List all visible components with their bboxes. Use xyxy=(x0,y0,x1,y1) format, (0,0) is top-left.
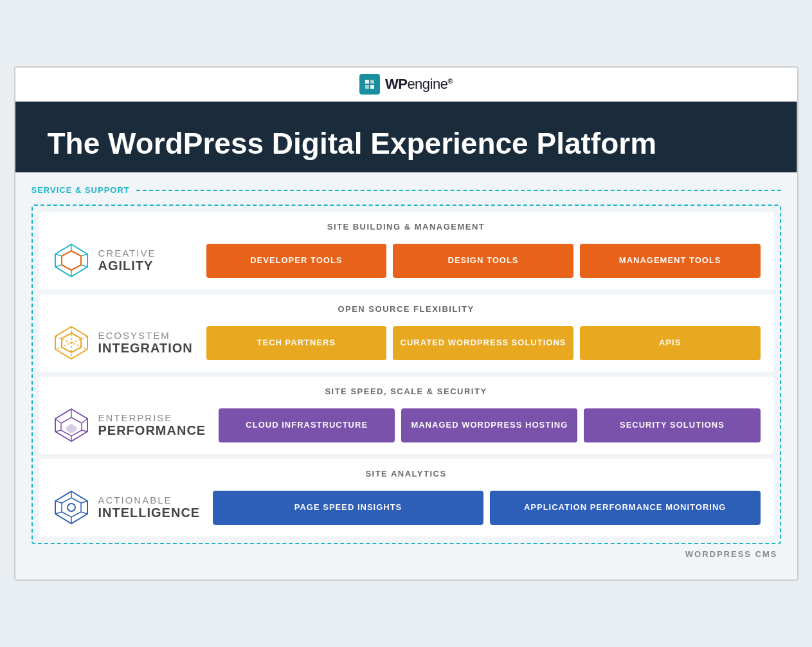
section-heading-4: SITE ANALYTICS xyxy=(52,469,761,478)
svg-line-34 xyxy=(55,501,62,503)
section-row-creative: SITE BUILDING & MANAGEMENT xyxy=(39,212,773,289)
section-heading-3: SITE SPEED, SCALE & SECURITY xyxy=(52,387,761,396)
svg-line-8 xyxy=(81,265,87,267)
design-tools-button[interactable]: DESIGN TOOLS xyxy=(393,244,573,278)
logo-area: WPengine® xyxy=(359,74,453,95)
svg-line-11 xyxy=(55,254,62,256)
svg-line-30 xyxy=(81,501,87,503)
svg-line-31 xyxy=(81,512,87,514)
section-heading-2: OPEN SOURCE FLEXIBILITY xyxy=(52,304,761,314)
wordpress-cms-label: WORDPRESS CMS xyxy=(32,544,781,560)
managed-wordpress-button[interactable]: MANAGED WORDPRESS HOSTING xyxy=(401,408,577,442)
svg-rect-2 xyxy=(365,85,369,89)
service-support-label: SERVICE & SUPPORT xyxy=(32,185,781,195)
row-content-1: CREATIVE AGILITY DEVELOPER TOOLS DESIGN … xyxy=(52,241,761,280)
hero-title: The WordPress Digital Experience Platfor… xyxy=(48,127,765,160)
creative-agility-text: CREATIVE AGILITY xyxy=(98,248,156,273)
btn-group-enterprise: CLOUD INFRASTRUCTURE MANAGED WORDPRESS H… xyxy=(219,408,760,442)
svg-rect-3 xyxy=(370,85,374,89)
ecosystem-integration-text: ECOSYSTEM INTEGRATION xyxy=(98,330,193,356)
curated-wordpress-button[interactable]: CURATED WORDPRESS SOLUTIONS xyxy=(393,326,573,360)
main-content: SERVICE & SUPPORT SITE BUILDING & MANAGE… xyxy=(15,172,797,579)
ecosystem-integration-icon xyxy=(52,324,91,362)
svg-line-25 xyxy=(55,419,61,423)
svg-line-22 xyxy=(82,430,87,432)
outer-wrapper: WPengine® The WordPress Digital Experien… xyxy=(14,66,798,581)
page-speed-insights-button[interactable]: PAGE SPEED INSIGHTS xyxy=(213,491,483,525)
svg-marker-19 xyxy=(66,424,77,433)
dashed-line-right xyxy=(136,190,781,191)
row-content-3: ENTERPRISE PERFORMANCE CLOUD INFRASTRUCT… xyxy=(52,406,761,444)
svg-point-28 xyxy=(68,504,75,511)
btn-group-ecosystem: TECH PARTNERS CURATED WORDPRESS SOLUTION… xyxy=(206,326,761,360)
svg-rect-0 xyxy=(365,80,369,84)
row-content-4: ACTIONABLE INTELLIGENCE PAGE SPEED INSIG… xyxy=(52,488,761,527)
wp-engine-icon xyxy=(359,74,380,95)
svg-rect-1 xyxy=(370,80,374,84)
tech-partners-button[interactable]: TECH PARTNERS xyxy=(206,326,387,360)
section-row-actionable: SITE ANALYTICS xyxy=(39,459,773,536)
svg-marker-27 xyxy=(62,498,81,517)
section-row-enterprise: SITE SPEED, SCALE & SECURITY xyxy=(39,377,773,454)
actionable-intelligence-icon xyxy=(52,488,91,527)
creative-agility-icon xyxy=(52,241,91,280)
category-actionable-intelligence: ACTIONABLE INTELLIGENCE xyxy=(52,488,201,527)
apis-button[interactable]: APIs xyxy=(580,326,761,360)
category-ecosystem-integration: ECOSYSTEM INTEGRATION xyxy=(52,324,194,362)
svg-line-33 xyxy=(55,512,62,514)
svg-line-24 xyxy=(55,430,61,432)
service-support-text: SERVICE & SUPPORT xyxy=(32,185,130,195)
dashed-box: SITE BUILDING & MANAGEMENT xyxy=(32,205,781,544)
top-bar: WPengine® xyxy=(15,68,797,102)
security-solutions-button[interactable]: SECURITY SOLUTIONS xyxy=(584,408,760,442)
svg-line-7 xyxy=(81,254,87,256)
logo-text: WPengine® xyxy=(385,76,453,93)
section-heading-1: SITE BUILDING & MANAGEMENT xyxy=(52,222,761,232)
btn-group-creative: DEVELOPER TOOLS DESIGN TOOLS MANAGEMENT … xyxy=(206,244,761,278)
enterprise-performance-icon xyxy=(52,406,91,444)
svg-marker-5 xyxy=(62,251,81,270)
enterprise-performance-text: ENTERPRISE PERFORMANCE xyxy=(98,412,206,438)
category-creative-agility: CREATIVE AGILITY xyxy=(52,241,194,280)
category-enterprise-performance: ENTERPRISE PERFORMANCE xyxy=(52,406,206,444)
actionable-intelligence-text: ACTIONABLE INTELLIGENCE xyxy=(98,495,201,520)
developer-tools-button[interactable]: DEVELOPER TOOLS xyxy=(206,244,387,278)
section-row-ecosystem: OPEN SOURCE FLEXIBILITY ECOSYSTEM INTE xyxy=(39,295,773,372)
management-tools-button[interactable]: MANAGEMENT TOOLS xyxy=(580,244,761,278)
row-content-2: ECOSYSTEM INTEGRATION TECH PARTNERS CURA… xyxy=(52,324,761,362)
svg-line-21 xyxy=(82,419,87,423)
svg-line-10 xyxy=(55,265,62,267)
cloud-infrastructure-button[interactable]: CLOUD INFRASTRUCTURE xyxy=(219,408,395,442)
btn-group-actionable: PAGE SPEED INSIGHTS APPLICATION PERFORMA… xyxy=(213,491,760,525)
application-performance-button[interactable]: APPLICATION PERFORMANCE MONITORING xyxy=(490,491,761,525)
